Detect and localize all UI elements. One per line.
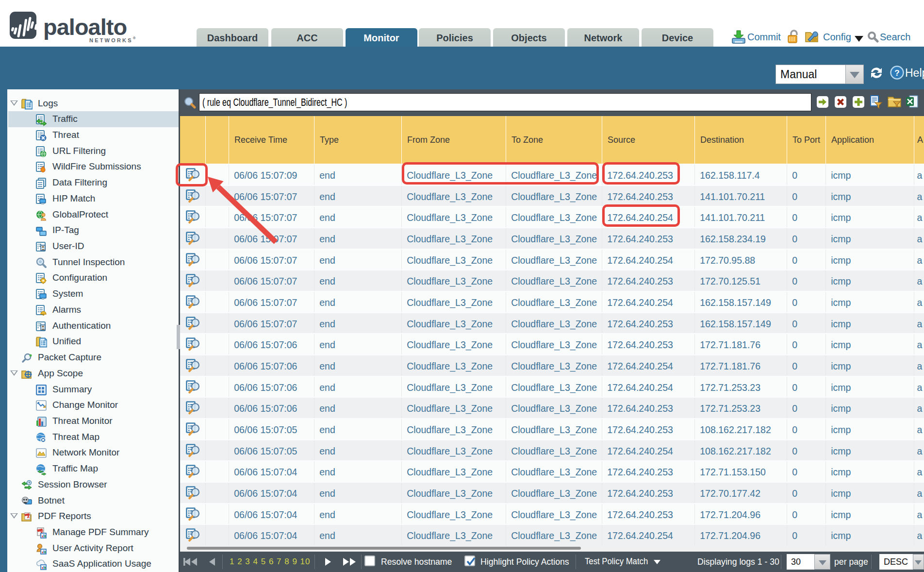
svg-text:?: ? bbox=[894, 68, 899, 78]
